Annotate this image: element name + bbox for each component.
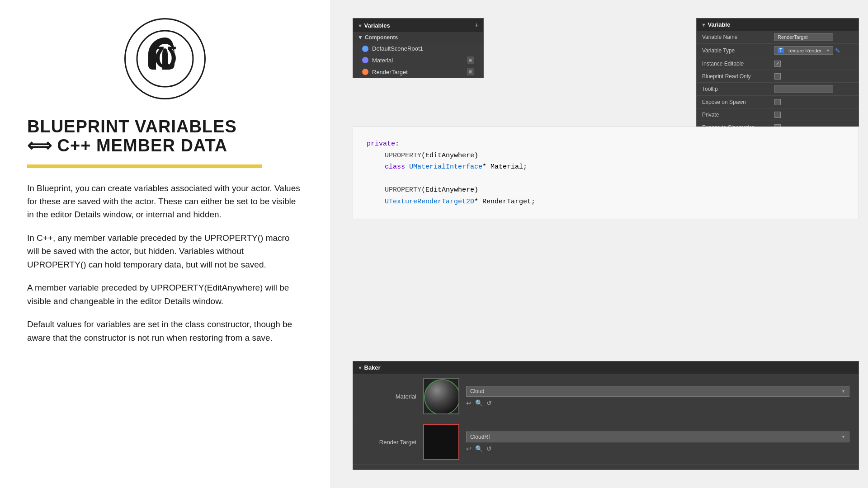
- private-checkbox[interactable]: [774, 112, 781, 118]
- baker-panel-header: ▼ Baker: [353, 361, 859, 374]
- dropdown-chevron-type: ▼: [826, 48, 830, 53]
- main-title-line1: BLUEPRINT VARIABLES: [27, 117, 237, 136]
- variables-panel-title: ▼ Variables: [358, 22, 390, 29]
- details-label-instance: Instance Editable: [702, 61, 774, 67]
- expose-on-spawn-checkbox[interactable]: [774, 99, 781, 105]
- baker-material-search-icon[interactable]: 🔍: [475, 399, 483, 407]
- baker-material-reset-icon[interactable]: ↺: [486, 399, 492, 407]
- details-collapse-icon: ▼: [701, 22, 706, 28]
- material-variable-name: Material: [372, 57, 393, 64]
- variable-details-title: ▼ Variable: [701, 21, 730, 28]
- left-panel: Ʊ BLUEPRINT VARIABLES ⟺ C++ MEMBER DATA …: [0, 0, 330, 488]
- baker-material-controls: Cloud ▼ ↩ 🔍 ↺: [466, 386, 849, 407]
- baker-rendertarget-controls: CloudRT ▼ ↩ 🔍 ↺: [466, 432, 849, 452]
- details-row-type: Variable Type T Texture Render ▼ ✎: [697, 44, 859, 57]
- title-divider: [27, 164, 262, 168]
- code-panel: private: UPROPERTY(EditAnywhere) class U…: [353, 127, 859, 219]
- rendertarget-action-icon-1[interactable]: ⊞: [467, 68, 474, 75]
- baker-rendertarget-thumbnail: [423, 424, 459, 460]
- baker-rendertarget-row: Render Target CloudRT ▼ ↩ 🔍: [353, 419, 859, 465]
- paragraph-2: In C++, any member variable preceded by …: [27, 231, 303, 271]
- baker-rendertarget-dropdown[interactable]: CloudRT ▼: [466, 432, 849, 442]
- baker-material-dropdown-chevron: ▼: [841, 389, 845, 394]
- title-section: BLUEPRINT VARIABLES ⟺ C++ MEMBER DATA: [27, 117, 237, 155]
- baker-rendertarget-reset-icon[interactable]: ↺: [486, 445, 492, 452]
- paragraph-1: In Blueprint, you can create variables a…: [27, 182, 303, 221]
- instance-editable-checkbox[interactable]: [774, 61, 781, 67]
- details-label-type: Variable Type: [702, 47, 774, 54]
- paragraph-4: Default values for variables are set in …: [27, 318, 303, 344]
- baker-rendertarget-search-icon[interactable]: 🔍: [475, 445, 483, 452]
- material-variable-icon: [362, 57, 368, 63]
- code-uproperty-2: UPROPERTY(EditAnywhere): [385, 184, 845, 196]
- variables-panel-header: ▼ Variables +: [353, 19, 483, 32]
- code-private-keyword: private: [367, 140, 395, 148]
- variable-item-material[interactable]: Material ⊞: [353, 54, 483, 66]
- baker-material-dropdown-value: Cloud: [470, 388, 484, 394]
- baker-panel: ▼ Baker Material Cloud ▼ ↩ 🔍 ↺: [353, 361, 859, 470]
- rendertarget-variable-name: RenderTarget: [372, 69, 408, 75]
- rendertarget-variable-icon: [362, 69, 368, 75]
- variables-panel: ▼ Variables + ▼ Components DefaultSceneR…: [353, 18, 484, 78]
- components-collapse-icon: ▼: [358, 34, 363, 41]
- baker-material-back-icon[interactable]: ↩: [466, 399, 472, 407]
- variable-name-input[interactable]: [774, 33, 833, 41]
- baker-collapse-icon: ▼: [358, 365, 363, 371]
- details-row-name: Variable Name: [697, 31, 859, 44]
- collapse-icon[interactable]: ▼: [358, 23, 363, 28]
- ue-logo-svg: Ʊ: [136, 29, 194, 88]
- main-title-line2: ⟺ C++ MEMBER DATA: [27, 136, 237, 155]
- details-label-name: Variable Name: [702, 34, 774, 40]
- right-panel: ▼ Variables + ▼ Components DefaultSceneR…: [330, 0, 868, 488]
- type-edit-icon[interactable]: ✎: [835, 47, 840, 54]
- scene-variable-name: DefaultSceneRoot1: [372, 45, 423, 52]
- code-block: private: UPROPERTY(EditAnywhere) class U…: [367, 138, 845, 207]
- variable-item-rendertarget[interactable]: RenderTarget ⊞: [353, 66, 483, 78]
- ue-logo: Ʊ: [124, 18, 206, 99]
- svg-text:Ʊ: Ʊ: [154, 44, 176, 74]
- variable-type-value: Texture Render: [788, 48, 821, 53]
- baker-rendertarget-dropdown-chevron: ▼: [841, 435, 845, 439]
- details-label-private: Private: [702, 112, 774, 118]
- material-action-icon-1[interactable]: ⊞: [467, 56, 474, 64]
- add-variable-button[interactable]: +: [475, 21, 479, 29]
- baker-panel-title: ▼ Baker: [358, 364, 381, 371]
- paragraph-3: A member variable preceded by UPROPERTY(…: [27, 281, 303, 308]
- code-material-decl: class UMaterialInterface* Material;: [385, 161, 845, 173]
- details-label-expose-spawn: Expose on Spawn: [702, 99, 774, 105]
- details-label-tooltip: Tooltip: [702, 86, 774, 92]
- variable-details-header: ▼ Variable: [697, 19, 859, 31]
- material-sphere-preview: [424, 379, 459, 414]
- baker-rendertarget-back-icon[interactable]: ↩: [466, 445, 472, 452]
- tooltip-input[interactable]: [774, 85, 833, 93]
- material-action-icons: ⊞: [467, 56, 474, 64]
- baker-rendertarget-dropdown-value: CloudRT: [470, 434, 491, 440]
- components-section: ▼ Components: [353, 32, 483, 43]
- details-row-instance-editable: Instance Editable: [697, 57, 859, 70]
- baker-material-dropdown[interactable]: Cloud ▼: [466, 386, 849, 397]
- baker-material-actions: ↩ 🔍 ↺: [466, 399, 849, 407]
- baker-material-row: Material Cloud ▼ ↩ 🔍 ↺: [353, 374, 859, 419]
- code-rendertarget-decl: UTextureRenderTarget2D* RenderTarget;: [385, 196, 845, 208]
- code-uproperty-1: UPROPERTY(EditAnywhere): [385, 150, 845, 162]
- details-row-expose-spawn: Expose on Spawn: [697, 96, 859, 108]
- variable-item-scene[interactable]: DefaultSceneRoot1: [353, 43, 483, 54]
- baker-material-thumbnail: [423, 378, 459, 414]
- rendertarget-action-icons: ⊞: [467, 68, 474, 75]
- variable-type-dropdown[interactable]: T Texture Render ▼: [774, 46, 833, 55]
- baker-rendertarget-label: Render Target: [362, 439, 416, 446]
- details-row-blueprint-readonly: Blueprint Read Only: [697, 70, 859, 83]
- details-label-bp-readonly: Blueprint Read Only: [702, 73, 774, 80]
- baker-rendertarget-actions: ↩ 🔍 ↺: [466, 445, 849, 452]
- scene-variable-icon: [362, 46, 368, 52]
- details-row-tooltip: Tooltip: [697, 83, 859, 96]
- baker-material-label: Material: [362, 393, 416, 400]
- blueprint-readonly-checkbox[interactable]: [774, 73, 781, 80]
- type-badge: T: [778, 47, 784, 53]
- logo-container: Ʊ: [124, 18, 206, 99]
- details-row-private: Private: [697, 108, 859, 121]
